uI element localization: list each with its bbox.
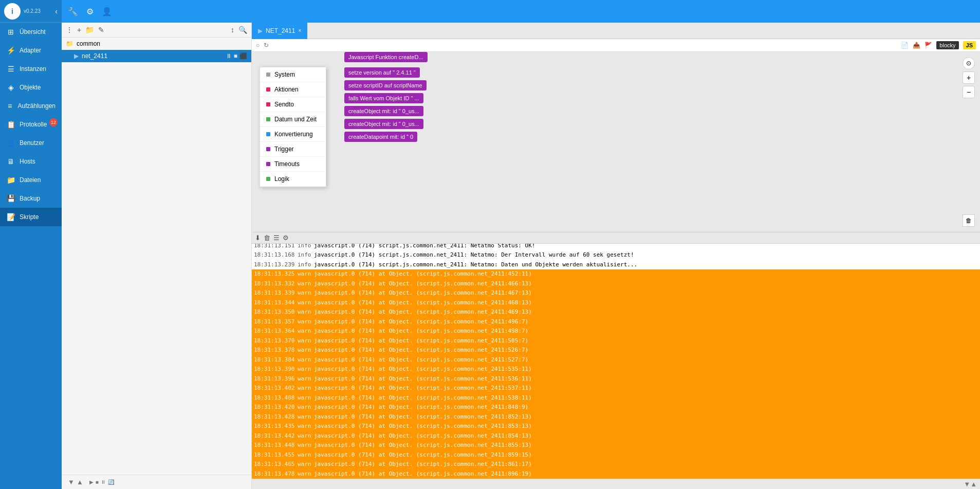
wrench-icon[interactable]: 🔧	[68, 7, 78, 16]
sort-button[interactable]: ↕	[231, 26, 234, 34]
category-system[interactable]: System	[260, 67, 326, 82]
sidebar-item-skripte[interactable]: 📝 Skripte	[0, 208, 62, 226]
log-content[interactable]: 18:31:11.107 info javascript.0 (714) Sta…	[252, 244, 980, 479]
category-label: Trigger	[274, 146, 294, 153]
flag-icon[interactable]: 🚩	[924, 42, 932, 49]
add-folder-button[interactable]: 📁	[85, 26, 94, 34]
category-datum[interactable]: Datum und Zeit	[260, 112, 326, 127]
log-row: 18:31:13.478 warn javascript.0 (714) at …	[252, 469, 980, 479]
new-file-icon[interactable]: 📄	[901, 42, 909, 49]
sidebar-item-label: Übersicht	[20, 28, 46, 35]
sidebar-item-hosts[interactable]: 🖥 Hosts	[0, 152, 62, 171]
log-message: javascript.0 (714) at Object. (script.js…	[314, 299, 978, 307]
aktionen-dot	[266, 87, 270, 92]
sidebar-item-backup[interactable]: 💾 Backup	[0, 189, 62, 208]
sidebar-item-aufzaehlungen[interactable]: ≡ Aufzählungen	[0, 97, 62, 115]
pause-button[interactable]: ⏸	[226, 52, 232, 60]
block-createobj1[interactable]: createObject mit: id " 0_us...	[344, 106, 423, 116]
refresh-button[interactable]: ↻	[264, 42, 269, 49]
blocky-badge[interactable]: blocky	[936, 41, 958, 49]
hosts-icon: 🖥	[6, 157, 15, 166]
tab-close-button[interactable]: ×	[298, 28, 301, 33]
sidebar-item-instanzen[interactable]: ☰ Instanzen	[0, 60, 62, 78]
log-message: javascript.0 (714) at Object. (script.js…	[314, 441, 978, 450]
grid-icon: ⊞	[6, 28, 15, 36]
log-panel: ⬇ 🗑 ☰ ⚙ 18:31:11.107 info javascript.0 (…	[252, 232, 980, 489]
sidebar-item-protokolle[interactable]: 📋 Protokolle 12	[0, 115, 62, 134]
instanzen-icon: ☰	[6, 65, 15, 73]
zoom-out-button[interactable]: −	[963, 86, 975, 98]
sidebar-item-adapter[interactable]: ⚡ Adapter	[0, 41, 62, 60]
editor-tab-net2411[interactable]: ▶ NET_2411 ×	[252, 23, 307, 39]
bottom-icon-2[interactable]: ■	[96, 479, 99, 485]
expand-button[interactable]: ⬛	[239, 52, 247, 60]
sidebar-collapse-button[interactable]: ‹	[55, 7, 58, 15]
category-aktionen[interactable]: Aktionen	[260, 82, 326, 97]
log-download-button[interactable]: ⬇	[255, 234, 261, 242]
log-level: info	[298, 244, 314, 250]
sidebar-item-uebersicht[interactable]: ⊞ Übersicht	[0, 23, 62, 41]
sidebar-item-dateien[interactable]: 📁 Dateien	[0, 171, 62, 189]
sidebar-item-objekte[interactable]: ◈ Objekte	[0, 78, 62, 97]
zoom-in-button[interactable]: +	[963, 71, 975, 84]
block-categories-menu[interactable]: System Aktionen Sendto Datum und Zeit	[260, 67, 326, 187]
more-options-button[interactable]: ⋮	[66, 26, 73, 34]
log-message: javascript.0 (714) at Object. (script.js…	[314, 394, 978, 403]
search-button[interactable]: 🔍	[238, 26, 247, 34]
log-message: javascript.0 (714) at Object. (script.js…	[314, 346, 978, 355]
export-icon[interactable]: 📤	[913, 42, 920, 49]
log-message: javascript.0 (714) at Object. (script.js…	[314, 403, 978, 412]
category-trigger[interactable]: Trigger	[260, 142, 326, 157]
log-time: 18:31:13.344	[254, 299, 298, 307]
nav-up-button[interactable]: ▲	[77, 478, 83, 486]
log-clear-button[interactable]: 🗑	[264, 234, 270, 242]
log-time: 18:31:13.465	[254, 460, 298, 469]
sidebar-item-benutzer[interactable]: 👤 Benutzer	[0, 134, 62, 152]
log-row: 18:31:13.455 warn javascript.0 (714) at …	[252, 450, 980, 460]
category-sendto[interactable]: Sendto	[260, 97, 326, 112]
block-createobj2[interactable]: createObject mit: id " 0_us...	[344, 119, 423, 129]
circle-button[interactable]: ○	[256, 42, 260, 49]
block-createdatapoint[interactable]: createDatapoint mit: id " 0	[344, 132, 417, 142]
log-time: 18:31:13.478	[254, 470, 298, 479]
stop-button[interactable]: ■	[234, 52, 237, 60]
log-level: warn	[298, 403, 314, 412]
block-scriptid[interactable]: setze scriptID auf scriptName	[344, 80, 427, 90]
nav-down-button[interactable]: ▼	[68, 478, 75, 486]
log-nav-up[interactable]: ▲	[970, 480, 977, 488]
bottom-icon-1[interactable]: ▶	[89, 479, 94, 485]
log-message: javascript.0 (714) at Object. (script.js…	[314, 356, 978, 365]
log-level: warn	[298, 384, 314, 393]
log-time: 18:31:13.390	[254, 365, 298, 374]
log-row: 18:31:13.465 warn javascript.0 (714) at …	[252, 460, 980, 469]
log-filter-button[interactable]: ☰	[273, 234, 280, 242]
category-timeouts[interactable]: Timeouts	[260, 157, 326, 172]
konvertierung-dot	[266, 132, 270, 136]
zoom-fit-button[interactable]: ⊙	[963, 57, 975, 69]
block-version[interactable]: setze version auf " 2.4.11 "	[344, 67, 420, 78]
log-settings-button[interactable]: ⚙	[283, 234, 289, 242]
block-falls[interactable]: falls Wert vom Objekt ID " ...	[344, 93, 423, 103]
script-net-2411[interactable]: ▶ net_2411 ⏸ ■ ⬛	[62, 50, 251, 62]
sidebar-item-label: Dateien	[20, 176, 41, 184]
edit-button[interactable]: ✎	[98, 26, 104, 34]
js-badge[interactable]: JS	[963, 41, 976, 49]
log-level: warn	[298, 318, 314, 327]
objekte-icon: ◈	[6, 83, 15, 92]
add-script-button[interactable]: +	[77, 26, 81, 34]
category-logik[interactable]: Logik	[260, 172, 326, 187]
trigger-dot	[266, 147, 270, 151]
editor-body: ⊙ + − 🗑 Javascript Funktion createD... s…	[252, 52, 980, 489]
bottom-icon-4[interactable]: 🔄	[108, 479, 114, 485]
delete-button[interactable]: 🗑	[963, 214, 975, 227]
block-canvas[interactable]: ⊙ + − 🗑 Javascript Funktion createD... s…	[252, 52, 980, 232]
folder-common[interactable]: 📁 common	[62, 38, 251, 50]
log-message: javascript.0 (714) at Object. (script.js…	[314, 337, 978, 346]
block-createD[interactable]: Javascript Funktion createD...	[344, 52, 428, 62]
category-konvertierung[interactable]: Konvertierung	[260, 127, 326, 142]
settings-icon[interactable]: ⚙	[86, 7, 94, 16]
user-icon[interactable]: 👤	[102, 7, 112, 16]
log-nav-down[interactable]: ▼	[964, 480, 970, 488]
bottom-icon-3[interactable]: ⏸	[101, 479, 106, 485]
log-level: info	[298, 261, 314, 269]
